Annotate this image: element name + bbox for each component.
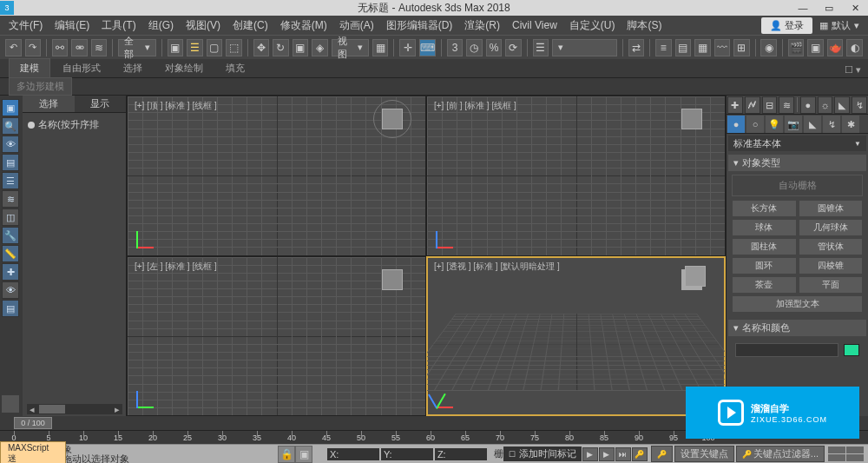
angle-snap-button[interactable]: ◷ [466, 39, 483, 56]
strip-view-icon[interactable]: 👁 [2, 136, 19, 153]
coord-z-input[interactable]: Z: [435, 448, 487, 460]
menu-tools[interactable]: 工具(T) [96, 17, 141, 35]
color-swatch[interactable] [844, 344, 859, 356]
pan-icon[interactable] [828, 454, 845, 461]
menu-animation[interactable]: 动画(A) [334, 17, 379, 35]
ref-coord-dropdown[interactable]: 视图 ▾ [332, 39, 369, 56]
window-crossing-button[interactable]: ⬚ [226, 39, 242, 56]
ribbon-tab-populate[interactable]: 填充 [215, 59, 255, 77]
strip-search-icon[interactable]: 🔍 [2, 117, 19, 135]
modify-tab-icon[interactable]: 🗲 [745, 96, 760, 114]
shapes-subtab-icon[interactable]: ○ [746, 116, 764, 133]
cylinder-button[interactable]: 圆柱体 [732, 238, 797, 255]
menu-civil-view[interactable]: Civil View [507, 17, 562, 33]
next-frame-button[interactable]: ▶ [599, 447, 615, 461]
toggle-ribbon-button[interactable]: ▦ [694, 39, 711, 56]
viewport-left-label[interactable]: [+] [左 ] [标准 ] [线框 ] [135, 261, 217, 273]
strip-layers-icon[interactable]: ☰ [2, 172, 19, 189]
cone-button[interactable]: 圆锥体 [799, 200, 864, 217]
strip-select-icon[interactable]: ▣ [2, 99, 19, 116]
pyramid-button[interactable]: 四棱锥 [799, 257, 864, 274]
add-time-tag-button[interactable]: ☐ 添加时间标记 [503, 446, 582, 461]
menu-group[interactable]: 组(G) [143, 17, 179, 35]
keyboard-shortcut-button[interactable]: ⌨ [419, 39, 436, 56]
coord-y-input[interactable]: Y: [381, 448, 433, 460]
display-tab-icon[interactable]: ● [800, 96, 816, 114]
render-setup-button[interactable]: 🎬 [788, 39, 805, 56]
redo-button[interactable]: ↷ [25, 39, 42, 56]
layer-manager-button[interactable]: ▤ [675, 39, 692, 56]
link-button[interactable]: ⚯ [52, 39, 69, 56]
menu-graph-editor[interactable]: 图形编辑器(D) [381, 17, 458, 35]
tab7-icon[interactable]: ◣ [834, 96, 850, 114]
select-by-name-button[interactable]: ☰ [187, 39, 203, 56]
viewport-front[interactable]: [+] [前 ] [标准 ] [线框 ] [427, 96, 725, 255]
viewport-front-label[interactable]: [+] [前 ] [标准 ] [线框 ] [434, 100, 516, 112]
select-move-button[interactable]: ✥ [253, 39, 270, 56]
teapot-button[interactable]: 茶壶 [732, 276, 797, 294]
ribbon-tab-object-paint[interactable]: 对象绘制 [155, 59, 214, 77]
undo-button[interactable]: ↶ [5, 39, 22, 56]
key-filters-button[interactable]: 🔑 关键点过滤器... [736, 446, 825, 462]
rendered-frame-button[interactable]: ▣ [807, 39, 824, 56]
set-key-button[interactable]: 设置关键点 [674, 446, 734, 462]
menu-file[interactable]: 文件(F) [3, 17, 48, 35]
menu-edit[interactable]: 编辑(E) [49, 17, 95, 35]
strip-list-icon[interactable]: ▤ [2, 300, 19, 317]
goto-end-button[interactable]: ⏭ [615, 447, 631, 461]
textplus-button[interactable]: 加强型文本 [732, 295, 863, 313]
select-object-button[interactable]: ▣ [168, 39, 184, 56]
menu-create[interactable]: 创建(C) [227, 17, 273, 35]
play-button[interactable]: ▶ [582, 447, 598, 461]
cameras-subtab-icon[interactable]: 📷 [785, 116, 802, 133]
create-tab-icon[interactable]: ✚ [727, 96, 743, 114]
lock-selection-icon[interactable]: 🔒 [278, 446, 295, 463]
use-center-button[interactable]: ▦ [372, 39, 389, 56]
unlink-button[interactable]: ⚮ [71, 39, 88, 56]
tab-select[interactable]: 选择 [23, 96, 75, 112]
viewcube-top[interactable] [377, 103, 408, 135]
select-scale-button[interactable]: ▣ [293, 39, 309, 56]
snap-toggle-button[interactable]: 3 [447, 39, 464, 56]
curve-editor-button[interactable]: 〰 [714, 39, 731, 56]
named-selection-button[interactable]: ☰ [533, 39, 549, 56]
ribbon-tab-freeform[interactable]: 自由形式 [52, 59, 111, 77]
name-color-header[interactable]: ▾ 名称和颜色 [728, 320, 866, 336]
select-manipulate-button[interactable]: ✛ [399, 39, 416, 56]
tube-button[interactable]: 管状体 [799, 238, 864, 255]
helpers-subtab-icon[interactable]: ◣ [804, 116, 821, 133]
viewcube-front[interactable] [676, 103, 707, 135]
menu-script[interactable]: 脚本(S) [621, 17, 667, 35]
box-button[interactable]: 长方体 [732, 200, 797, 217]
viewport-layout-icon[interactable] [2, 395, 19, 413]
ribbon-tab-modeling[interactable]: 建模 [9, 58, 50, 77]
time-slider-thumb[interactable]: 0 / 100 [14, 417, 52, 429]
select-place-button[interactable]: ◈ [312, 39, 328, 56]
minimize-button[interactable]: — [790, 0, 816, 16]
zoom-all-icon[interactable] [846, 446, 864, 453]
menu-customize[interactable]: 自定义(U) [564, 17, 621, 35]
object-name-input[interactable] [735, 343, 838, 357]
auto-key-button[interactable]: 🔑 [651, 446, 673, 462]
percent-snap-button[interactable]: % [486, 39, 503, 56]
bind-button[interactable]: ≋ [91, 39, 108, 56]
select-region-rect-button[interactable]: ▢ [207, 39, 223, 56]
render-production-button[interactable]: 🫖 [827, 39, 844, 56]
viewport-top-label[interactable]: [+] [顶 ] [标准 ] [线框 ] [135, 100, 217, 112]
strip-display-icon[interactable]: ▤ [2, 154, 19, 171]
scene-explorer-hscroll[interactable]: ◂▸ [27, 404, 122, 414]
strip-wave-icon[interactable]: ≋ [2, 190, 19, 208]
select-rotate-button[interactable]: ↻ [273, 39, 289, 56]
selection-filter-dropdown[interactable]: 全部 ▾ [118, 39, 155, 56]
auto-grid-checkbox[interactable]: 自动栅格 [732, 175, 863, 196]
key-mode-button[interactable]: 🔑 [632, 447, 648, 461]
mirror-button[interactable]: ⇄ [628, 39, 645, 56]
viewcube-left[interactable] [377, 264, 408, 295]
maxscript-listener[interactable]: MAXScript 迷 [0, 444, 66, 463]
strip-5-icon[interactable]: ◫ [2, 208, 19, 226]
isolate-selection-icon[interactable]: ▣ [295, 446, 312, 463]
strip-ruler-icon[interactable]: 📏 [2, 245, 19, 262]
sphere-button[interactable]: 球体 [732, 219, 797, 236]
lights-subtab-icon[interactable]: 💡 [766, 116, 783, 133]
spinner-snap-button[interactable]: ⟳ [505, 39, 522, 56]
